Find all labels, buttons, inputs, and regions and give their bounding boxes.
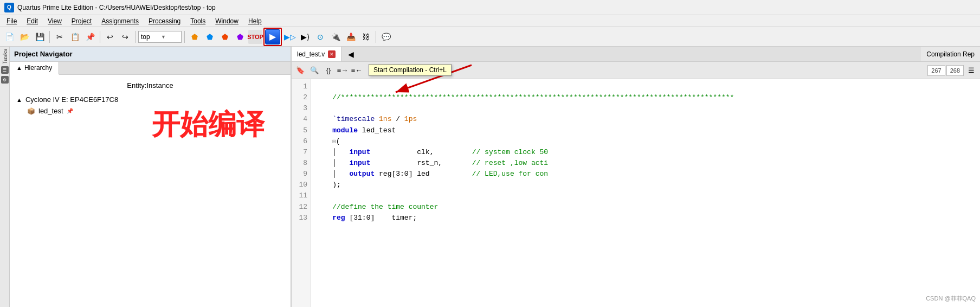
window-title: Quartus Prime Lite Edition - C:/Users/HU… xyxy=(17,4,216,11)
tasks-icon-2[interactable]: ⚙ xyxy=(1,76,9,84)
code-line-4: `timescale 1ns / 1ps xyxy=(315,115,417,123)
toolbar: 📄 📂 💾 ✂ 📋 📌 ↩ ↪ top ▼ ⬟ ⬟ ⬟ ⬟ STOP ▶ ▶▷ … xyxy=(0,27,980,47)
programmer-btn[interactable]: 📥 xyxy=(344,30,358,44)
code-line-5: module led_test xyxy=(315,126,396,135)
toolbar-separator-1 xyxy=(49,31,50,43)
fitter-btn[interactable]: ⬟ xyxy=(203,30,217,44)
outdent-btn[interactable]: ≡← xyxy=(350,64,363,77)
cut-button[interactable]: ✂ xyxy=(53,30,67,44)
line-numbers: 1 2 3 4 5 6 7 8 9 10 11 12 13 xyxy=(292,79,311,307)
menu-project[interactable]: Project xyxy=(67,16,96,26)
line-num-10: 10 xyxy=(294,180,307,190)
line-num-2: 2 xyxy=(294,92,307,103)
code-line-12: //define the time counter xyxy=(315,203,438,211)
compilation-report-tab[interactable]: Compilation Rep xyxy=(921,47,980,61)
toolbar-separator-5 xyxy=(376,31,376,43)
left-panel-tabs: ▲ Hierarchy xyxy=(10,62,291,75)
new-file-button[interactable]: 📄 xyxy=(2,30,16,44)
compilation-tooltip: Start Compilation - Ctrl+L xyxy=(369,64,452,76)
dropdown-arrow-icon: ▼ xyxy=(161,34,179,40)
hierarchy-tab[interactable]: ▲ Hierarchy xyxy=(10,62,59,75)
align-btn[interactable]: ☰ xyxy=(965,64,978,77)
code-editor-content[interactable]: //**************************************… xyxy=(311,79,980,307)
tasks-sidebar: Tasks ☰ ⚙ xyxy=(0,47,10,307)
line-num-1: 1 xyxy=(294,81,307,92)
editor-tab-led-test[interactable]: led_test.v ✕ xyxy=(292,47,341,61)
cyclone-tree-icon: ▲ xyxy=(16,97,22,103)
title-bar: Q Quartus Prime Lite Edition - C:/Users/… xyxy=(0,0,980,15)
line-num-6: 6 xyxy=(294,136,307,147)
line-number-display-bottom: 268 xyxy=(946,65,964,76)
menu-help[interactable]: Help xyxy=(244,16,266,26)
line-num-13: 13 xyxy=(294,213,307,223)
menu-tools[interactable]: Tools xyxy=(186,16,210,26)
menu-processing[interactable]: Processing xyxy=(144,16,185,26)
assembler-btn[interactable]: ⬟ xyxy=(218,30,232,44)
editor-header: led_test.v ✕ ◀ Compilation Rep xyxy=(292,47,980,62)
menu-window[interactable]: Window xyxy=(211,16,243,26)
line-num-3: 3 xyxy=(294,103,307,114)
menu-view[interactable]: View xyxy=(43,16,66,26)
code-area[interactable]: 1 2 3 4 5 6 7 8 9 10 11 12 13 //********… xyxy=(292,79,980,307)
editor-tab-label: led_test.v xyxy=(297,50,325,58)
led-test-badge: 📌 xyxy=(67,108,73,114)
flow-btn[interactable]: ▶⟩ xyxy=(298,30,312,44)
chain-btn[interactable]: ⛓ xyxy=(359,30,373,44)
code-line-7: │ input clk, // system clock 50 xyxy=(315,148,548,156)
compilation-tab-label: Compilation Rep xyxy=(926,50,975,58)
right-panel: led_test.v ✕ ◀ Compilation Rep 🔖 🔍 {} ≡→… xyxy=(292,47,980,307)
code-line-9: │ output reg[3:0] led // LED,use for con xyxy=(315,170,548,178)
main-layout: Tasks ☰ ⚙ Project Navigator ▲ Hierarchy … xyxy=(0,47,980,307)
editor-tab-close-button[interactable]: ✕ xyxy=(328,50,336,58)
line-num-11: 11 xyxy=(294,190,307,201)
editor-nav-prev-button[interactable]: ◀ xyxy=(344,47,358,61)
tasks-icon-1[interactable]: ☰ xyxy=(1,66,9,74)
entity-dropdown[interactable]: top ▼ xyxy=(138,31,182,43)
hierarchy-tab-label: Hierarchy xyxy=(24,64,52,72)
analysis-btn[interactable]: ⬟ xyxy=(188,30,202,44)
left-panel-content: Entity:Instance ▲ Cyclone IV E: EP4CE6F1… xyxy=(10,75,291,307)
line-num-7: 7 xyxy=(294,147,307,158)
indent-btn[interactable]: ≡→ xyxy=(336,64,349,77)
entity-dropdown-value: top xyxy=(141,33,159,41)
save-button[interactable]: 💾 xyxy=(33,30,47,44)
open-file-button[interactable]: 📂 xyxy=(17,30,31,44)
project-navigator-header: Project Navigator xyxy=(10,47,291,62)
braces-btn[interactable]: {} xyxy=(322,64,335,77)
pin-planner-btn[interactable]: 🔌 xyxy=(328,30,343,44)
cyclone-label[interactable]: Cyclone IV E: EP4CE6F17C8 xyxy=(25,95,118,104)
tree-item-cyclone: ▲ Cyclone IV E: EP4CE6F17C8 xyxy=(14,94,286,105)
line-num-8: 8 xyxy=(294,158,307,169)
redo-button[interactable]: ↪ xyxy=(118,30,132,44)
code-line-6: ⊟( xyxy=(315,137,340,145)
line-num-5: 5 xyxy=(294,125,307,136)
hierarchy-tab-icon: ▲ xyxy=(16,65,22,71)
code-line-13: reg [31:0] timer; xyxy=(315,214,417,222)
toolbar-separator-4 xyxy=(184,31,185,43)
left-panel: Project Navigator ▲ Hierarchy Entity:Ins… xyxy=(10,47,292,307)
led-test-chip-icon: 📦 xyxy=(27,107,35,115)
config-btn[interactable]: ⊙ xyxy=(313,30,327,44)
menu-edit[interactable]: Edit xyxy=(22,16,42,26)
menu-file[interactable]: File xyxy=(2,16,21,26)
project-navigator-title: Project Navigator xyxy=(14,50,73,58)
tasks-label[interactable]: Tasks xyxy=(2,49,8,64)
copy-button[interactable]: 📋 xyxy=(68,30,82,44)
toolbar-separator-3 xyxy=(135,31,136,43)
undo-button[interactable]: ↩ xyxy=(103,30,117,44)
tooltip-text: Start Compilation - Ctrl+L xyxy=(373,66,447,74)
help-btn[interactable]: 💬 xyxy=(379,30,393,44)
toolbar-separator-2 xyxy=(100,31,100,43)
start-compilation-button[interactable]: ▶ xyxy=(265,29,280,44)
tree-item-led-test[interactable]: 📦 led_test 📌 xyxy=(25,105,286,117)
stop-button[interactable]: STOP xyxy=(248,30,262,44)
code-line-8: │ input rst_n, // reset ,low acti xyxy=(315,159,548,167)
find-btn[interactable]: 🔍 xyxy=(308,64,321,77)
timing-btn[interactable]: ⬟ xyxy=(233,30,247,44)
code-line-10: ); xyxy=(315,181,341,189)
menu-assignments[interactable]: Assignments xyxy=(97,16,143,26)
bookmark-btn[interactable]: 🔖 xyxy=(294,64,307,77)
paste-button[interactable]: 📌 xyxy=(83,30,97,44)
rtl-viewer-btn[interactable]: ▶▷ xyxy=(283,30,297,44)
entity-instance-header: Entity:Instance xyxy=(14,79,286,94)
